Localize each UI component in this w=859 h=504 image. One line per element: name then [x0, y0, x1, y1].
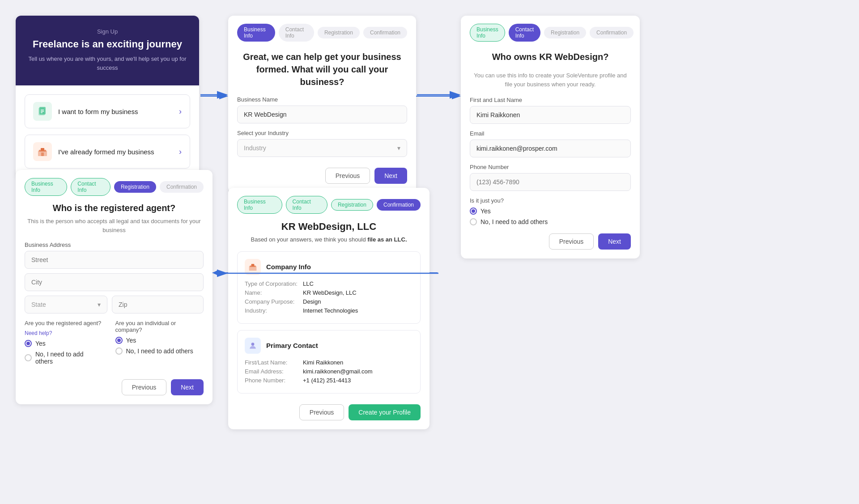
conf-step-registration: Registration	[331, 199, 373, 211]
city-input[interactable]	[25, 273, 204, 291]
state-zip-row: State ▾	[16, 296, 213, 313]
ci-step-confirmation: Confirmation	[590, 27, 634, 38]
ind-yes[interactable]: Yes	[115, 337, 204, 344]
state-select[interactable]: State ▾	[25, 296, 107, 313]
company-purpose-row: Company Purpose: Design	[245, 298, 413, 305]
reg-agent-yes-circle	[25, 340, 32, 347]
zip-input[interactable]	[112, 296, 204, 313]
registration-card: Business Info Contact Info Registration …	[16, 170, 213, 404]
option-already-formed[interactable]: I've already formed my business ›	[25, 135, 190, 169]
contact-info-subtitle: You can use this info to create your Sol…	[470, 71, 631, 89]
ind-yes-circle	[115, 337, 123, 344]
state-placeholder: State	[31, 301, 46, 308]
svg-rect-15	[39, 107, 46, 114]
ind-no[interactable]: No, I need to add others	[115, 347, 204, 355]
conf-step-contact: Contact Info	[286, 196, 327, 214]
business-info-next-button[interactable]: Next	[374, 168, 407, 184]
confirm-subtitle-bold: file as an LLC.	[367, 236, 407, 243]
reg-agent-yes[interactable]: Yes	[25, 340, 102, 347]
business-info-card: Business Info Contact Info Registration …	[228, 16, 416, 193]
confirm-subtitle-pre: Based on your answers, we think you shou…	[251, 236, 367, 243]
contact-info-btn-row: Previous Next	[461, 229, 640, 250]
address-label: Business Address	[25, 241, 213, 248]
ind-yes-label: Yes	[126, 337, 136, 344]
phone-label: Phone Number	[461, 164, 640, 170]
contact-name-val: Kimi Raikkonen	[303, 359, 413, 366]
no-radio-circle	[470, 218, 477, 225]
contact-info-next-button[interactable]: Next	[598, 233, 631, 250]
reg-agent-no-label: No, I need to add others	[35, 351, 102, 365]
confirmation-subtitle: Based on your answers, we think you shou…	[237, 235, 421, 244]
svg-rect-25	[251, 264, 255, 266]
need-help-link[interactable]: Need help?	[25, 330, 102, 336]
agent-columns: Are you the registered agent? Need help?…	[16, 320, 213, 368]
name-label: First and Last Name	[461, 97, 640, 103]
contact-phone-val: +1 (412) 251-4413	[303, 377, 413, 384]
contact-info-previous-button[interactable]: Previous	[549, 233, 594, 250]
company-info-header: Company Info	[245, 259, 413, 275]
signup-subtitle: Tell us where you are with yours, and we…	[26, 55, 188, 72]
signup-label: Sign Up	[26, 28, 188, 35]
form-business-icon	[33, 102, 52, 121]
industry-placeholder: Industry	[244, 144, 266, 152]
reg-step-confirmation: Confirmation	[160, 181, 204, 193]
registration-btn-row: Previous Next	[16, 375, 213, 395]
step-business-info: Business Info	[237, 24, 275, 42]
business-info-title: Great, we can help get your business for…	[237, 51, 407, 88]
confirmation-previous-button[interactable]: Previous	[299, 404, 344, 420]
confirmation-title: KR WebDesign, LLC	[237, 221, 421, 233]
company-info-title: Company Info	[266, 263, 311, 271]
registration-subtitle: This is the person who accepts all legal…	[25, 217, 204, 234]
registration-title: Who is the registered agent?	[25, 203, 204, 213]
contact-phone-key: Phone Number:	[245, 377, 303, 384]
step-contact-info: Contact Info	[279, 24, 314, 42]
company-industry-val: Internet Technologies	[303, 307, 413, 314]
email-input[interactable]	[470, 140, 631, 157]
primary-contact-header: Primary Contact	[245, 338, 413, 354]
business-name-input[interactable]	[237, 106, 407, 123]
ci-step-registration: Registration	[544, 27, 586, 38]
reg-agent-yes-label: Yes	[35, 340, 46, 347]
industry-dropdown-icon: ▾	[397, 144, 400, 152]
business-info-previous-button[interactable]: Previous	[325, 168, 370, 184]
business-name-label: Business Name	[228, 96, 416, 103]
option-form-business[interactable]: I want to form my business ›	[25, 94, 190, 128]
reg-step-business: Business Info	[25, 178, 67, 196]
no-radio-label: No, I need to add others	[481, 218, 548, 225]
registration-previous-button[interactable]: Previous	[122, 379, 166, 395]
industry-select[interactable]: Industry ▾	[237, 139, 407, 157]
industry-label: Select your Industry	[228, 130, 416, 136]
yes-radio[interactable]: Yes	[470, 208, 631, 215]
name-input[interactable]	[470, 106, 631, 124]
company-purpose-val: Design	[303, 298, 413, 305]
phone-input[interactable]	[470, 173, 631, 191]
signup-card: Sign Up Freelance is an exciting journey…	[16, 16, 199, 178]
registration-steps: Business Info Contact Info Registration …	[16, 170, 213, 196]
registered-agent-col: Are you the registered agent? Need help?…	[25, 320, 102, 368]
confirmation-steps: Business Info Contact Info Registration …	[228, 188, 430, 214]
company-industry-row: Industry: Internet Technologies	[245, 307, 413, 314]
company-name-key: Name:	[245, 289, 303, 296]
contact-email-val: kimi.raikkonen@gmail.com	[303, 368, 413, 375]
reg-agent-no[interactable]: No, I need to add others	[25, 351, 102, 365]
svg-marker-13	[215, 271, 220, 276]
no-radio[interactable]: No, I need to add others	[470, 218, 631, 225]
svg-point-26	[251, 343, 255, 346]
create-profile-button[interactable]: Create your Profile	[349, 404, 421, 420]
reg-step-contact: Contact Info	[71, 178, 111, 196]
company-purpose-key: Company Purpose:	[245, 298, 303, 305]
registered-agent-label: Are you the registered agent?	[25, 320, 102, 326]
primary-contact-section: Primary Contact First/Last Name: Kimi Ra…	[237, 330, 421, 394]
registration-next-button[interactable]: Next	[171, 379, 204, 395]
company-info-icon	[245, 259, 261, 275]
form-business-arrow: ›	[179, 107, 182, 116]
street-input[interactable]	[25, 251, 204, 269]
conf-step-confirmation: Confirmation	[377, 199, 421, 211]
contact-info-title: Who owns KR WebDesign?	[470, 51, 631, 63]
reg-agent-no-circle	[25, 354, 32, 361]
primary-contact-title: Primary Contact	[266, 342, 318, 349]
business-info-btn-row: Previous Next	[228, 163, 416, 184]
contact-email-row: Email Address: kimi.raikkonen@gmail.com	[245, 368, 413, 375]
reg-step-registration: Registration	[114, 181, 156, 193]
is-it-just-you-label: Is it just you?	[470, 197, 631, 204]
